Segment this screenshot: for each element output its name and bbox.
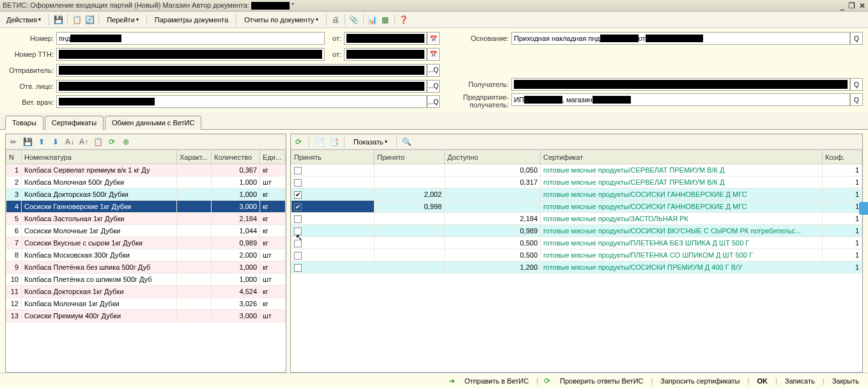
table-row[interactable]: 8Колбаса Московская 300г Дубки2,000шт: [6, 249, 286, 261]
filter-icon[interactable]: 📋: [93, 137, 103, 147]
check-vetis-button[interactable]: Проверить ответы ВетИС: [556, 376, 647, 386]
table-row[interactable]: 0,998готовые мясные продукты/СОСИСКИ ГАН…: [291, 201, 862, 213]
basis-field[interactable]: Приходная накладная пндот: [511, 32, 850, 45]
show-menu[interactable]: Показать: [350, 137, 391, 147]
accept-checkbox[interactable]: [294, 179, 302, 187]
doc-icon[interactable]: 📄: [314, 137, 325, 147]
go-menu[interactable]: Перейти: [103, 15, 143, 25]
vet-field[interactable]: [56, 95, 427, 108]
table-row[interactable]: 0,317готовые мясные продукты/СЕРВЕЛАТ ПР…: [291, 176, 862, 189]
table-row[interactable]: 6Сосиски Молочные 1кг Дубки1,044кг: [6, 225, 286, 237]
table-row[interactable]: 13Сосиски Премиум 400г Дубки3,000шт: [6, 310, 286, 322]
down-icon[interactable]: ⬇: [50, 137, 61, 147]
col-n[interactable]: N: [6, 150, 22, 164]
accept-checkbox[interactable]: [294, 228, 302, 235]
post-icon[interactable]: 📋: [72, 15, 82, 25]
refresh-right-icon[interactable]: ⟳: [293, 137, 304, 147]
table-row[interactable]: 7Сосиски Вкусные с сыром 1кг Дубки0,989к…: [6, 237, 286, 249]
table-row[interactable]: 2,002готовые мясные продукты/СОСИСКИ ГАН…: [291, 189, 862, 201]
table-row[interactable]: 5Колбаса Застольная 1кг Дубки2,184кг: [6, 213, 286, 225]
table-row[interactable]: 1,200готовые мясные продукты/СОСИСКИ ПРЕ…: [291, 261, 862, 274]
col-coef[interactable]: Коэф.: [823, 150, 862, 164]
help-icon[interactable]: ❓: [399, 15, 409, 25]
col-qty[interactable]: Количество: [212, 150, 260, 164]
sort-asc-icon[interactable]: A↓: [65, 137, 75, 147]
table-row[interactable]: 0,500готовые мясные продукты/ПЛЕТЕНКА БЕ…: [291, 237, 862, 249]
reports-menu[interactable]: Отчеты по документу: [240, 15, 322, 25]
resp-lookup-button[interactable]: ...Q: [427, 80, 440, 93]
add-icon[interactable]: ⊕: [121, 137, 131, 147]
col-unit[interactable]: Еди...: [260, 150, 286, 164]
copy-icon[interactable]: 📑: [329, 137, 339, 147]
left-grid-table[interactable]: N Номенклатура Характ... Количество Еди.…: [6, 150, 286, 372]
date-field-1[interactable]: [344, 32, 427, 45]
excel-icon[interactable]: ▦: [380, 15, 391, 25]
vet-lookup-button[interactable]: ...Q: [427, 95, 440, 108]
basis-lookup-button[interactable]: Q: [850, 32, 863, 45]
accept-checkbox[interactable]: [294, 264, 302, 272]
accept-checkbox[interactable]: [294, 252, 302, 260]
resp-field[interactable]: [56, 80, 427, 93]
list-icon[interactable]: 📊: [368, 15, 378, 25]
table-row[interactable]: 9Колбаса Плетёнка без шпика 500г Дуб1,00…: [6, 261, 286, 274]
teamviewer-tab-icon[interactable]: [859, 202, 868, 215]
accept-checkbox[interactable]: [294, 240, 302, 247]
maximize-icon[interactable]: ❐: [848, 1, 855, 10]
close-button[interactable]: Закрыть: [828, 376, 863, 386]
table-row[interactable]: 0,050готовые мясные продукты/СЕРВЕЛАТ ПР…: [291, 164, 862, 176]
enterprise-field[interactable]: ИП, магазин: [511, 93, 850, 106]
col-accept[interactable]: Принять: [291, 150, 375, 164]
attach-icon[interactable]: 📎: [349, 15, 359, 25]
recipient-lookup-button[interactable]: Q: [850, 78, 863, 91]
accept-checkbox[interactable]: [294, 191, 302, 199]
table-row[interactable]: 3Колбаса Докторская 500г Дубки1,000кг: [6, 189, 286, 201]
table-row[interactable]: 11Колбаса Докторская 1кг Дубки4,524кг: [6, 286, 286, 298]
recipient-field[interactable]: [511, 78, 850, 91]
request-certs-button[interactable]: Запросить сертификаты: [656, 376, 743, 386]
accept-checkbox[interactable]: [294, 167, 302, 175]
close-icon[interactable]: ✕: [859, 1, 865, 10]
table-row[interactable]: 1Колбаса Сервелат премиум в/к 1 кг Ду0,3…: [6, 164, 286, 176]
tab-goods[interactable]: Товары: [5, 116, 43, 130]
table-row[interactable]: 2Колбаса Молочная 500г Дубки1,000шт: [6, 176, 286, 189]
table-row[interactable]: 0,500готовые мясные продукты/ПЛЕТЕНКА СО…: [291, 249, 862, 261]
search-icon[interactable]: 🔍: [402, 137, 412, 147]
number-field[interactable]: пнд: [56, 32, 325, 45]
col-char[interactable]: Характ...: [177, 150, 212, 164]
table-row[interactable]: 12Колбаса Молочная 1кг Дубки3,026кг: [6, 298, 286, 310]
ok-button[interactable]: OK: [753, 376, 771, 386]
table-row[interactable]: 4Сосиски Ганноверские 1кг Дубки3,000кг: [6, 201, 286, 213]
col-cert[interactable]: Сертификат: [541, 150, 823, 164]
tab-certs[interactable]: Сертификаты: [45, 116, 104, 130]
table-row[interactable]: 10Колбаса Плетёнка со шпиком 500г Дуб1,0…: [6, 274, 286, 286]
up-icon[interactable]: ⬆: [36, 137, 47, 147]
col-available[interactable]: Доступно: [445, 150, 541, 164]
sender-lookup-button[interactable]: ...Q: [427, 64, 440, 77]
table-row[interactable]: 2,184готовые мясные продукты/ЗАСТОЛЬНАЯ …: [291, 213, 862, 225]
calendar-icon-2[interactable]: 📅: [427, 48, 440, 61]
save-icon[interactable]: 💾: [53, 15, 63, 25]
table-row[interactable]: 0,989готовые мясные продукты/СОСИСКИ ВКУ…: [291, 225, 862, 237]
accept-checkbox[interactable]: [294, 215, 302, 223]
params-menu[interactable]: Параметры документа: [151, 15, 232, 25]
tab-exchange[interactable]: Обмен данными с ВетИС: [105, 116, 201, 130]
right-grid-table[interactable]: Принять Принято Доступно Сертификат Коэф…: [291, 150, 862, 372]
edit-icon[interactable]: ✏: [8, 137, 19, 147]
calendar-icon-1[interactable]: 📅: [427, 32, 440, 45]
ttn-field[interactable]: [56, 48, 325, 61]
col-nom[interactable]: Номенклатура: [22, 150, 177, 164]
actions-menu[interactable]: Действия: [3, 15, 45, 25]
save-row-icon[interactable]: 💾: [22, 137, 33, 147]
save-button[interactable]: Записать: [781, 376, 819, 386]
print-icon[interactable]: 🖨: [330, 15, 341, 25]
sort-desc-icon[interactable]: A↑: [79, 137, 89, 147]
refresh-icon[interactable]: 🔄: [84, 15, 95, 25]
send-vetis-button[interactable]: Отправить в ВетИС: [461, 376, 532, 386]
minimize-icon[interactable]: _: [840, 1, 844, 10]
refresh-left-icon[interactable]: ⟳: [107, 137, 117, 147]
accept-checkbox[interactable]: [294, 203, 302, 211]
col-accepted[interactable]: Принято: [375, 150, 445, 164]
enterprise-lookup-button[interactable]: Q: [850, 93, 863, 106]
date-field-2[interactable]: [344, 48, 427, 61]
sender-field[interactable]: [56, 64, 427, 77]
